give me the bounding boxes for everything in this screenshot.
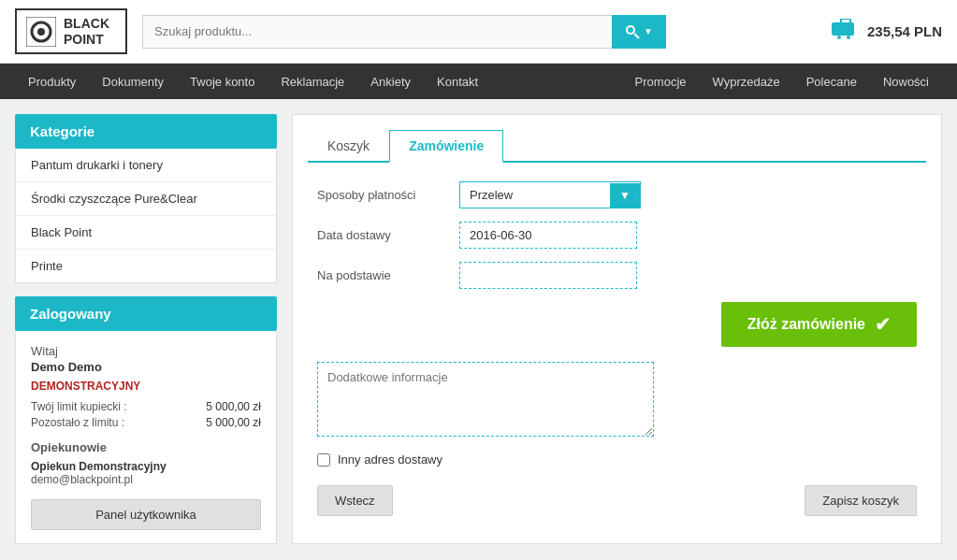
- remaining-row: Pozostało z limitu : 5 000,00 zł: [31, 416, 261, 429]
- submit-button[interactable]: Złóż zamówienie ✔: [721, 302, 917, 347]
- logo-icon: [26, 17, 56, 47]
- nav-item-ankiety[interactable]: Ankiety: [357, 64, 424, 99]
- opiekun-name: Opiekun Demonstracyjny: [31, 460, 261, 473]
- payment-select-wrap[interactable]: Przelew Gotówka Karta ▼: [459, 181, 641, 208]
- inny-adres-checkbox[interactable]: [317, 453, 330, 467]
- payment-label: Sposoby płatności: [317, 188, 448, 202]
- remaining-label: Pozostało z limitu :: [31, 416, 124, 429]
- save-koszyk-button[interactable]: Zapisz koszyk: [805, 485, 917, 516]
- categories-title: Kategorie: [15, 114, 277, 149]
- na-podstawie-input[interactable]: [459, 262, 637, 289]
- payment-row: Sposoby płatności Przelew Gotówka Karta …: [317, 181, 917, 208]
- nav-right: Promocje Wyprzedaże Polecane Nowości: [622, 64, 942, 99]
- search-bar: ▼: [142, 15, 666, 49]
- limit-value: 5 000,00 zł: [206, 400, 261, 413]
- na-podstawie-label: Na podstawie: [317, 268, 448, 282]
- submit-label: Złóż zamówienie: [747, 316, 865, 333]
- svg-point-7: [847, 36, 850, 39]
- sidebar-item-printe[interactable]: Printe: [16, 250, 276, 282]
- back-button[interactable]: Wstecz: [317, 485, 393, 516]
- svg-point-3: [627, 26, 634, 34]
- opiekunowie-title: Opiekunowie: [31, 440, 261, 454]
- delivery-date-input[interactable]: [459, 222, 637, 249]
- user-panel: Witaj Demo Demo DEMONSTRACYJNY Twój limi…: [15, 331, 277, 544]
- check-icon: ✔: [875, 313, 891, 336]
- main-layout: Kategorie Pantum drukarki i tonery Środk…: [0, 99, 957, 559]
- categories-menu: Pantum drukarki i tonery Środki czyszczą…: [15, 149, 277, 283]
- form-actions-bottom: Wstecz Zapisz koszyk: [317, 485, 917, 516]
- tab-zamowienie[interactable]: Zamówienie: [389, 130, 503, 163]
- inny-adres-label[interactable]: Inny adres dostawy: [338, 452, 442, 467]
- logo-text: BLACK POINT: [64, 16, 109, 48]
- nav-item-kontakt[interactable]: Kontakt: [424, 64, 491, 99]
- search-input[interactable]: [142, 15, 612, 49]
- search-dropdown-arrow: ▼: [644, 26, 653, 36]
- nav-item-nowosci[interactable]: Nowości: [870, 64, 942, 99]
- limit-row: Twój limit kupiecki : 5 000,00 zł: [31, 400, 261, 413]
- search-icon: [625, 24, 640, 39]
- opiekun-email: demo@blackpoint.pl: [31, 473, 261, 486]
- search-button[interactable]: ▼: [612, 15, 666, 49]
- svg-point-2: [37, 28, 45, 36]
- nav-item-twoje-konto[interactable]: Twoje konto: [177, 64, 268, 99]
- nav-item-produkty[interactable]: Produkty: [15, 64, 89, 99]
- additional-info-textarea[interactable]: [317, 362, 654, 437]
- logo: BLACK POINT: [15, 8, 127, 55]
- nav-item-reklamacje[interactable]: Reklamacje: [268, 64, 357, 99]
- panel-uzytkownika-button[interactable]: Panel użytkownika: [31, 499, 261, 530]
- payment-select[interactable]: Przelew Gotówka Karta: [460, 182, 610, 208]
- main-nav: Produkty Dokumenty Twoje konto Reklamacj…: [0, 64, 957, 99]
- logged-title: Zalogowany: [15, 296, 277, 331]
- nav-item-promocje[interactable]: Promocje: [622, 64, 700, 99]
- submit-area: Złóż zamówienie ✔: [317, 302, 917, 347]
- nav-item-wyprzedaze[interactable]: Wyprzedaże: [700, 64, 793, 99]
- sidebar-item-blackpoint[interactable]: Black Point: [16, 216, 276, 250]
- tabs: Koszyk Zamówienie: [308, 130, 926, 163]
- header: BLACK POINT ▼ 235,54 PLN: [0, 0, 957, 64]
- main-content: Koszyk Zamówienie Sposoby płatności Prze…: [292, 114, 942, 544]
- nav-item-polecane[interactable]: Polecane: [793, 64, 870, 99]
- inny-adres-row: Inny adres dostawy: [317, 452, 917, 467]
- limit-label: Twój limit kupiecki :: [31, 400, 127, 413]
- delivery-date-label: Data dostawy: [317, 228, 448, 242]
- remaining-value: 5 000,00 zł: [206, 416, 261, 429]
- user-company: DEMONSTRACYJNY: [31, 380, 261, 393]
- additional-info-wrap: [317, 362, 917, 439]
- select-arrow-icon: ▼: [610, 183, 640, 208]
- tab-koszyk[interactable]: Koszyk: [308, 130, 389, 163]
- delivery-date-row: Data dostawy: [317, 222, 917, 249]
- svg-line-4: [634, 34, 639, 38]
- cart-icon: [832, 19, 858, 45]
- sidebar-item-srodki[interactable]: Środki czyszczące Pure&Clear: [16, 182, 276, 216]
- cart-area[interactable]: 235,54 PLN: [832, 19, 942, 45]
- greeting: Witaj: [31, 344, 261, 358]
- sidebar-item-pantum[interactable]: Pantum drukarki i tonery: [16, 149, 276, 182]
- cart-amount: 235,54 PLN: [867, 23, 942, 39]
- svg-point-6: [837, 36, 841, 39]
- cart-svg: [832, 19, 858, 39]
- user-name: Demo Demo: [31, 360, 261, 374]
- nav-item-dokumenty[interactable]: Dokumenty: [89, 64, 177, 99]
- na-podstawie-row: Na podstawie: [317, 262, 917, 289]
- sidebar: Kategorie Pantum drukarki i tonery Środk…: [15, 114, 277, 544]
- order-form: Sposoby płatności Przelew Gotówka Karta …: [308, 181, 926, 516]
- nav-left: Produkty Dokumenty Twoje konto Reklamacj…: [15, 64, 491, 99]
